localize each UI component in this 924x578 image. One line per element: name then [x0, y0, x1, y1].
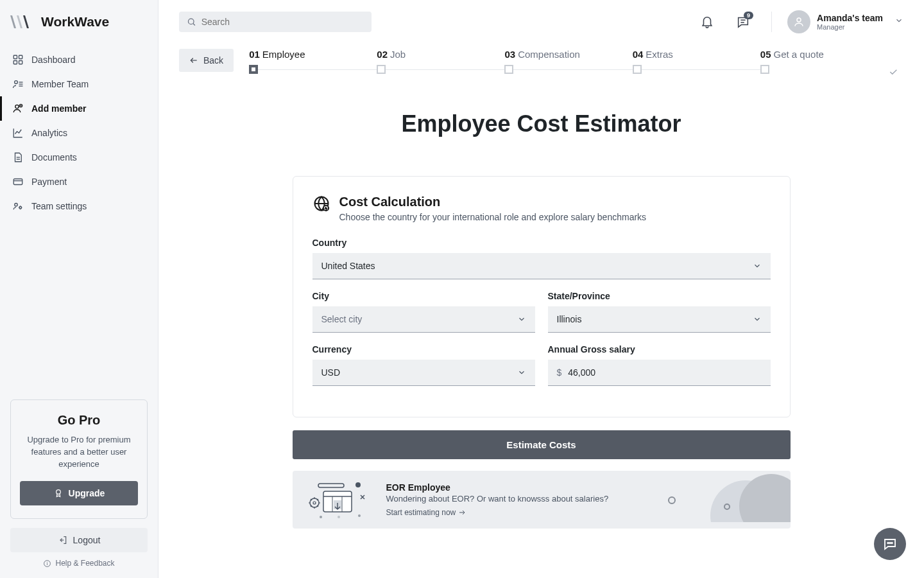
sidebar-item-label: Team settings	[31, 201, 87, 211]
sidebar-item-analytics[interactable]: Analytics	[0, 121, 158, 145]
svg-point-41	[358, 514, 361, 517]
state-value: Illinois	[557, 314, 582, 324]
salary-input-wrap[interactable]: $	[548, 360, 771, 386]
sidebar-item-payment[interactable]: Payment	[0, 170, 158, 194]
topbar: 9 Amanda's team Manager	[158, 0, 924, 44]
sidebar-item-label: Payment	[31, 177, 67, 187]
sidebar-item-label: Documents	[31, 152, 77, 162]
messages-button[interactable]: 9	[730, 9, 756, 35]
svg-rect-32	[318, 484, 344, 487]
sidebar-item-team-settings[interactable]: Team settings	[0, 194, 158, 218]
settings-icon	[12, 200, 24, 212]
logo[interactable]: WorkWave	[0, 0, 158, 44]
globe-icon	[312, 195, 330, 213]
badge-icon	[53, 488, 64, 498]
salary-input[interactable]	[568, 367, 761, 378]
card-subtitle: Choose the country for your internationa…	[339, 212, 647, 222]
svg-point-48	[887, 543, 889, 544]
svg-rect-3	[19, 61, 22, 64]
logout-label: Logout	[73, 535, 101, 545]
sidebar-item-documents[interactable]: Documents	[0, 145, 158, 170]
upgrade-button[interactable]: Upgrade	[20, 481, 138, 505]
brand-name: WorkWave	[41, 14, 109, 30]
promo-illustration	[307, 480, 371, 520]
city-select[interactable]: Select city	[312, 306, 535, 333]
svg-point-39	[313, 502, 316, 504]
step-quote[interactable]: 05Get a quote	[760, 49, 888, 74]
sidebar-item-label: Member Team	[31, 79, 89, 89]
main: 9 Amanda's team Manager Back	[158, 0, 924, 578]
payment-icon	[12, 176, 24, 188]
card-title: Cost Calculation	[339, 195, 647, 209]
bell-icon	[700, 15, 714, 29]
chevron-down-icon	[753, 315, 762, 324]
avatar	[787, 10, 810, 33]
svg-point-8	[15, 105, 19, 108]
back-button[interactable]: Back	[179, 49, 234, 72]
logo-icon	[10, 14, 33, 30]
svg-point-4	[15, 81, 18, 84]
cost-calculation-card: Cost Calculation Choose the country for …	[293, 176, 791, 417]
stepper: 01Employee 02Job 03Compensation 04Extras	[249, 49, 888, 74]
logout-button[interactable]: Logout	[10, 528, 148, 552]
step-job[interactable]: 02Job	[377, 49, 504, 74]
country-value: United States	[321, 261, 375, 271]
search-icon	[187, 17, 196, 27]
sidebar-item-member-team[interactable]: Member Team	[0, 72, 158, 96]
state-select[interactable]: Illinois	[548, 306, 771, 333]
country-select[interactable]: United States	[312, 253, 771, 279]
documents-icon	[12, 152, 24, 163]
svg-rect-0	[13, 55, 17, 58]
svg-point-22	[47, 562, 48, 563]
person-icon	[793, 16, 805, 28]
chevron-down-icon	[517, 315, 526, 324]
promo-title: EOR Employee	[386, 482, 776, 493]
svg-point-31	[355, 482, 361, 487]
svg-point-16	[15, 204, 18, 207]
estimate-costs-button[interactable]: Estimate Costs	[293, 430, 791, 459]
chevron-down-icon	[517, 368, 526, 377]
team-role: Manager	[817, 23, 883, 31]
country-label: Country	[312, 238, 771, 248]
back-label: Back	[203, 55, 223, 66]
arrow-right-icon	[458, 509, 466, 516]
svg-rect-1	[19, 55, 22, 58]
currency-label: Currency	[312, 344, 535, 355]
team-switcher[interactable]: Amanda's team Manager	[787, 10, 903, 33]
stepper-end-check	[888, 49, 903, 77]
upgrade-button-label: Upgrade	[69, 488, 105, 498]
svg-point-40	[320, 516, 322, 518]
divider	[771, 12, 772, 32]
help-label: Help & Feedback	[55, 559, 114, 568]
step-employee[interactable]: 01Employee	[249, 49, 377, 74]
currency-select[interactable]: USD	[312, 360, 535, 386]
chat-fab[interactable]	[874, 528, 906, 560]
team-name: Amanda's team	[817, 13, 883, 23]
sidebar-item-label: Dashboard	[31, 55, 76, 65]
dashboard-icon	[12, 54, 24, 66]
notifications-button[interactable]	[694, 9, 720, 35]
messages-badge: 9	[744, 12, 753, 19]
search-input[interactable]	[201, 17, 364, 27]
eor-promo: EOR Employee Wondering about EOR? Or wan…	[293, 471, 791, 529]
help-feedback-link[interactable]: Help & Feedback	[10, 559, 148, 568]
svg-rect-14	[13, 179, 22, 185]
upgrade-title: Go Pro	[20, 413, 138, 428]
svg-line-24	[193, 23, 195, 25]
salary-label: Annual Gross salary	[548, 344, 771, 355]
step-extras[interactable]: 04Extras	[633, 49, 760, 74]
step-compensation[interactable]: 03Compensation	[504, 49, 632, 74]
search-box[interactable]	[179, 12, 372, 32]
upgrade-description: Upgrade to Pro for premium features and …	[20, 434, 138, 471]
promo-link[interactable]: Start estimating now	[386, 508, 466, 517]
sidebar-item-dashboard[interactable]: Dashboard	[0, 48, 158, 72]
svg-point-23	[188, 19, 194, 24]
svg-point-27	[797, 18, 801, 22]
sidebar-item-add-member[interactable]: Add member	[0, 96, 158, 121]
svg-point-50	[891, 543, 893, 544]
sidebar-item-label: Add member	[31, 103, 87, 114]
city-value: Select city	[321, 314, 363, 324]
state-label: State/Province	[548, 291, 771, 301]
chat-icon	[882, 536, 898, 552]
svg-point-42	[338, 516, 340, 518]
